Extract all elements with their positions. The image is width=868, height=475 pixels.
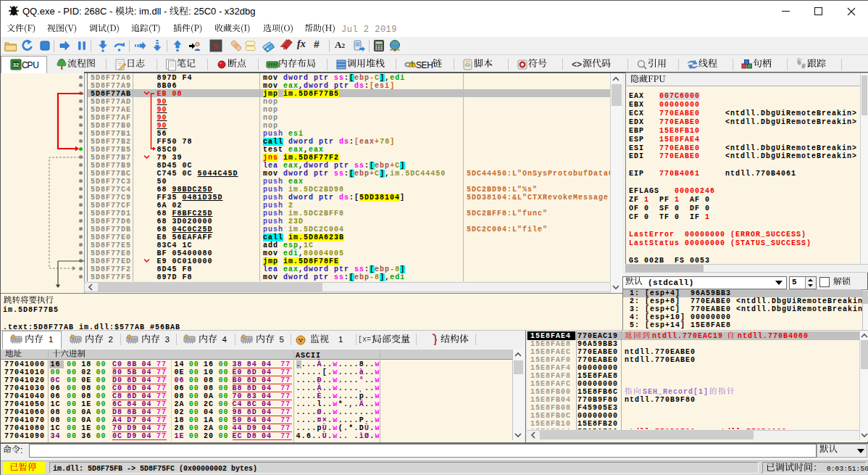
svg-text:!: ! xyxy=(412,62,413,67)
svg-text:<>: <> xyxy=(572,59,582,70)
svg-text:S: S xyxy=(213,41,218,51)
svg-text:32: 32 xyxy=(13,62,19,67)
svg-text:<>: <> xyxy=(464,62,470,68)
